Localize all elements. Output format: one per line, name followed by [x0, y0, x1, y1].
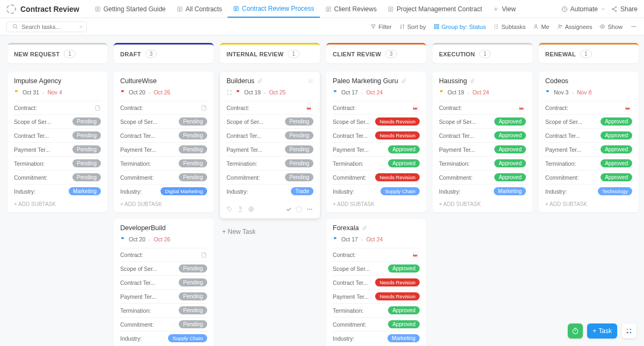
field-label: Contract Ter... — [120, 279, 155, 286]
field-row: Payment Ter...Pending — [14, 142, 101, 156]
subtasks-button[interactable]: Subtasks — [493, 24, 525, 30]
column-header[interactable]: EXECUTION1 — [433, 43, 532, 63]
me-button[interactable]: Me — [533, 24, 549, 30]
tab-contract-review-process[interactable]: Contract Review Process — [228, 0, 320, 18]
status-badge: Pending — [179, 278, 207, 286]
filter-label: Filter — [378, 24, 391, 30]
expand-icon[interactable] — [226, 90, 232, 95]
show-button[interactable]: Show — [599, 24, 623, 30]
status-badge: Pending — [72, 145, 101, 153]
svg-rect-12 — [434, 27, 436, 28]
card-dates: Oct 19-Oct 25 — [226, 89, 313, 95]
field-label: Termination: — [120, 307, 151, 314]
search-input[interactable] — [21, 24, 75, 30]
card[interactable]: Haussing Oct 19-Oct 24Contract:PDFScope … — [433, 72, 532, 212]
column-count: 3 — [385, 50, 397, 58]
field-row: Industry:Digital Marketing — [120, 184, 207, 198]
assignee-circle[interactable] — [295, 205, 303, 213]
tab-label: View — [502, 5, 516, 13]
tab-client-reviews[interactable]: Client Reviews — [320, 0, 382, 18]
card[interactable]: DeveloperBuildOct 20-Oct 26Contract:Scop… — [114, 219, 214, 346]
field-label: Commitment: — [439, 174, 472, 181]
tag-icon[interactable] — [226, 206, 233, 212]
column-header[interactable]: NEW REQUEST1 — [8, 43, 107, 63]
field-label: Commitment: — [120, 321, 153, 328]
search-box[interactable] — [6, 21, 87, 32]
field-row: Payment Ter...Needs Revision — [333, 289, 420, 303]
add-subtask-button[interactable]: + ADD SUBTASK — [439, 198, 526, 207]
card[interactable]: Forexala Oct 17-Oct 24Contract:PDFScope … — [326, 219, 426, 346]
show-label: Show — [608, 24, 623, 30]
column-client-review: CLIENT REVIEW3Paleo Marketing Guru Oct 1… — [326, 43, 426, 346]
flag-icon[interactable] — [236, 90, 241, 95]
field-row: Industry:Marketing — [14, 184, 101, 198]
attach-icon — [257, 78, 262, 84]
flag-icon[interactable] — [545, 90, 551, 95]
sort-icon — [399, 24, 405, 30]
column-header[interactable]: CLIENT REVIEW3 — [326, 43, 426, 63]
automate-icon — [561, 6, 568, 12]
field-label: Contract: — [14, 105, 37, 111]
share-button[interactable]: Share — [611, 5, 638, 13]
flag-icon[interactable] — [120, 237, 126, 242]
check-icon[interactable] — [286, 206, 292, 212]
flag-icon[interactable] — [14, 90, 19, 95]
field-row: Commitment:Pending — [14, 170, 101, 184]
sortby-label: Sort by — [407, 24, 426, 30]
add-subtask-button[interactable]: + ADD SUBTASK — [333, 198, 420, 207]
groupby-button[interactable]: Group by: Status — [434, 24, 486, 30]
flag-icon[interactable] — [439, 90, 444, 95]
field-label: Contract: — [333, 105, 356, 111]
flag-icon[interactable] — [120, 90, 126, 95]
add-subtask-button[interactable]: + ADD SUBTASK — [120, 198, 207, 207]
status-badge: Pending — [179, 159, 207, 167]
status-badge: Pending — [72, 117, 101, 126]
card[interactable]: Impulse AgencyOct 31-Nov 4Contract:Scope… — [8, 72, 107, 212]
automate-button[interactable]: Automate — [561, 5, 606, 13]
field-contract: Contract:PDF — [333, 101, 420, 114]
groupby-label: Group by: Status — [442, 24, 486, 30]
add-subtask-button[interactable]: + ADD SUBTASK — [14, 198, 101, 207]
field-label: Contract: — [545, 105, 568, 111]
status-badge: Trade — [291, 187, 313, 195]
new-task-button[interactable]: + New Task — [220, 225, 320, 239]
field-label: Payment Ter... — [439, 146, 475, 153]
card[interactable]: Paleo Marketing Guru Oct 17-Oct 24Contra… — [326, 72, 426, 212]
add-subtask-button[interactable]: + ADD SUBTASK — [545, 198, 632, 207]
tab-getting-started-guide[interactable]: Getting Started Guide — [89, 0, 171, 18]
new-task-fab[interactable]: + Task — [587, 323, 617, 338]
filter-button[interactable]: Filter — [370, 24, 391, 30]
due-date: Oct 24 — [366, 89, 383, 95]
tab-all-contracts[interactable]: All Contracts — [171, 0, 228, 18]
status-badge: Approved — [601, 131, 632, 139]
sortby-button[interactable]: Sort by — [399, 24, 426, 30]
timer-fab[interactable] — [568, 323, 583, 338]
status-badge: Pending — [285, 117, 313, 126]
more-icon[interactable] — [306, 206, 313, 212]
column-header[interactable]: INTERNAL REVIEW1 — [220, 43, 320, 63]
card[interactable]: Builderus Oct 19-Oct 25Contract:PDFScope… — [220, 72, 320, 218]
flag-icon[interactable] — [333, 237, 338, 242]
task-fab-label: Task — [598, 327, 612, 335]
column-header[interactable]: DRAFT3 — [114, 43, 214, 63]
assignees-button[interactable]: Assignees — [557, 24, 592, 30]
apps-fab[interactable] — [621, 323, 636, 338]
share-label: Share — [620, 5, 638, 13]
add-view-tab[interactable]: View — [487, 0, 521, 18]
card[interactable]: CultureWiseOct 20-Oct 26Contract:Scope o… — [114, 72, 214, 212]
svg-point-41 — [627, 332, 628, 333]
flag-icon[interactable] — [333, 90, 338, 95]
status-badge: Pending — [179, 306, 207, 314]
tab-project-management-contract[interactable]: Project Management Contract — [382, 0, 487, 18]
more-button[interactable] — [630, 24, 638, 30]
field-label: Scope of Ser... — [545, 119, 582, 125]
status-badge: Approved — [388, 320, 420, 328]
card[interactable]: CodeosNov 3-Nov 8Contract:PDFScope of Se… — [539, 72, 639, 212]
hourglass-icon[interactable] — [237, 206, 244, 212]
column-header[interactable]: RENEWAL1 — [539, 43, 639, 63]
status-badge: Pending — [72, 159, 101, 167]
field-row: Contract Ter...Needs Revision — [333, 128, 420, 142]
link-icon[interactable] — [248, 206, 254, 212]
gear-icon[interactable] — [308, 78, 313, 84]
field-row: Contract Ter...Approved — [439, 128, 526, 142]
